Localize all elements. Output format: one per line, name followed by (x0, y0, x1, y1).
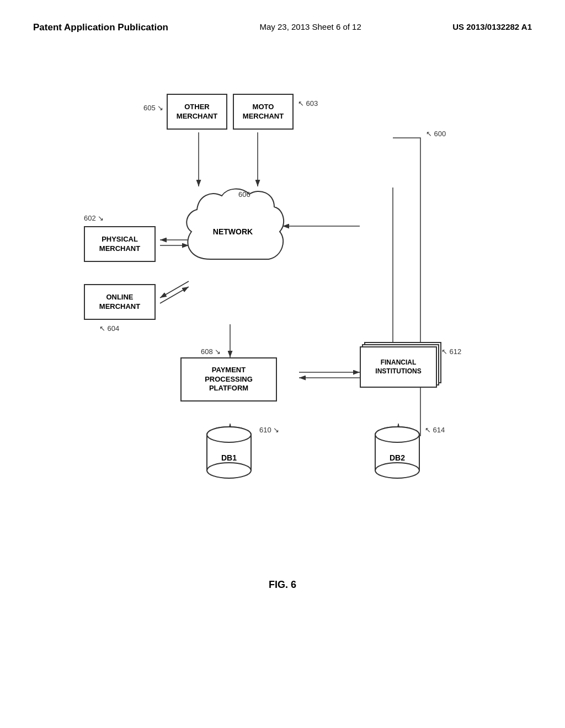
other-merchant-label: OTHERMERCHANT (177, 103, 217, 121)
svg-point-29 (375, 463, 419, 478)
sheet-info: May 23, 2013 Sheet 6 of 12 (259, 22, 361, 31)
moto-merchant-box: MOTOMERCHANT (233, 94, 294, 130)
physical-merchant-label: PHYSICALMERCHANT (99, 235, 140, 254)
financial-institutions-stack: FINANCIALINSTITUTIONS (360, 346, 437, 388)
physical-merchant-box: PHYSICALMERCHANT (84, 226, 156, 262)
page: Patent Application Publication May 23, 2… (0, 0, 565, 728)
diagram: OTHERMERCHANT 605 ↘ MOTOMERCHANT ↖ 603 ↖… (67, 66, 498, 563)
svg-line-7 (160, 287, 189, 303)
ref-603: ↖ 603 (298, 99, 318, 108)
ref-612: ↖ 612 (441, 347, 461, 356)
online-merchant-label: ONLINEMERCHANT (99, 293, 140, 312)
ref-610: 610 ↘ (259, 426, 279, 434)
payment-processing-label: PAYMENTPROCESSINGPLATFORM (205, 366, 253, 394)
ref-600: ↖ 600 (426, 130, 446, 138)
financial-institutions-label: FINANCIALINSTITUTIONS (375, 358, 421, 376)
network-cloud: NETWORK (178, 182, 288, 281)
db1-cylinder: DB1 (204, 425, 254, 480)
payment-processing-box: PAYMENTPROCESSINGPLATFORM (180, 357, 277, 402)
db2-label: DB2 (372, 453, 422, 462)
svg-point-23 (207, 463, 251, 478)
ref-604: ↖ 604 (99, 324, 119, 333)
svg-point-24 (207, 427, 251, 442)
other-merchant-box: OTHERMERCHANT (167, 94, 227, 130)
ref-605: 605 ↘ (143, 104, 163, 112)
network-label: NETWORK (213, 227, 253, 236)
svg-line-8 (160, 281, 189, 298)
patent-number: US 2013/0132282 A1 (452, 22, 532, 31)
ref-614: ↖ 614 (425, 426, 445, 434)
ref-606: 606 (238, 190, 250, 199)
figure-caption: FIG. 6 (33, 579, 532, 591)
financial-institutions-box: FINANCIALINSTITUTIONS (360, 346, 437, 388)
publication-label: Patent Application Publication (33, 22, 168, 33)
db2-cylinder: DB2 (372, 425, 422, 480)
ref-608: 608 ↘ (201, 347, 221, 356)
online-merchant-box: ONLINEMERCHANT (84, 284, 156, 320)
db1-label: DB1 (204, 453, 254, 462)
moto-merchant-label: MOTOMERCHANT (243, 103, 284, 121)
svg-point-30 (375, 427, 419, 442)
ref-602: 602 ↘ (84, 214, 104, 222)
header: Patent Application Publication May 23, 2… (33, 22, 532, 33)
